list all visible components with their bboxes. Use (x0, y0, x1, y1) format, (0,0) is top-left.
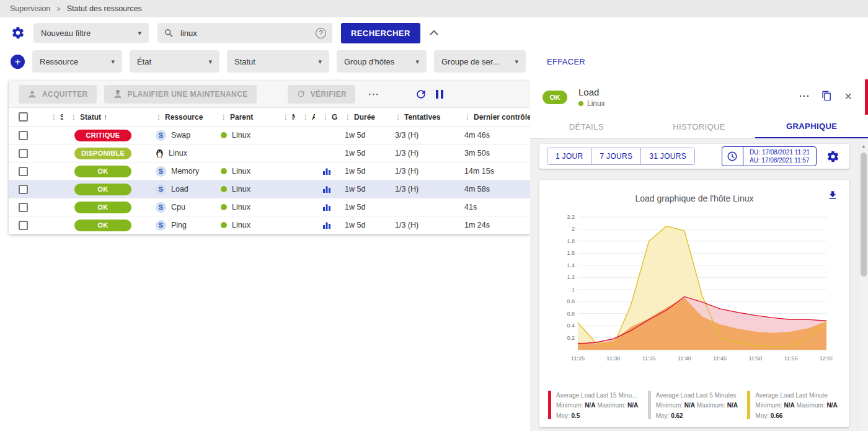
svg-text:11:45: 11:45 (713, 355, 727, 362)
search-input[interactable] (179, 28, 311, 38)
chevron-down-icon: ▾ (111, 58, 115, 66)
row-checkbox[interactable] (19, 131, 28, 140)
scroll-up-icon[interactable]: ▲ (859, 141, 868, 150)
graph-icon (322, 203, 331, 211)
pause-refresh-button[interactable] (435, 89, 445, 100)
table-row-ping[interactable]: OKSPingLinux1w 5d1/3 (H)1m 24s (9, 216, 530, 234)
legend-item-average-load-last-15-minu[interactable]: Average Load Last 15 Minu...Minimum: N/A… (548, 391, 644, 422)
graph-settings-button[interactable] (826, 150, 839, 163)
acknowledge-button[interactable]: ACQUITTER (19, 85, 97, 104)
table-toolbar: ACQUITTER PLANIFIER UNE MAINTENANCE VÉRI… (9, 81, 530, 108)
column-header-a[interactable]: ⋮A (295, 113, 315, 122)
chevron-down-icon: ▾ (318, 58, 322, 66)
column-label: Tentatives (404, 113, 440, 122)
add-criteria-button[interactable]: + (11, 55, 25, 69)
saved-filter-select[interactable]: Nouveau filtre ▾ (33, 23, 149, 43)
duration-cell: 1w 5d (337, 131, 388, 140)
criteria-select-ressource[interactable]: Ressource▾ (32, 50, 122, 73)
scrollbar-thumb[interactable] (861, 153, 867, 277)
table-header: ⋮S⋮Statut↑⋮Ressource⋮Parent⋮N⋮A⋮G⋮Durée⋮… (9, 108, 530, 127)
service-icon: S (156, 220, 166, 231)
more-actions-button[interactable]: ⋯ (363, 87, 384, 101)
svg-text:1: 1 (571, 287, 574, 293)
column-header-g[interactable]: ⋮G (315, 113, 337, 122)
chevron-down-icon: ▾ (208, 58, 212, 66)
panel-more-button[interactable]: ⋯ (799, 89, 809, 102)
column-header-parent[interactable]: ⋮Parent (213, 113, 275, 122)
column-label: Durée (354, 113, 375, 122)
table-row-cpu[interactable]: OKSCpuLinux1w 5d41s (9, 198, 530, 216)
row-checkbox[interactable] (19, 185, 28, 194)
legend-item-average-load-last-5-minutes[interactable]: Average Load Last 5 MinutesMinimum: N/A … (648, 391, 744, 422)
table-row-memory[interactable]: OKSMemoryLinux1w 5d1/3 (H)14m 15s (9, 162, 530, 180)
tab-details[interactable]: DÉTAILS (530, 115, 643, 138)
row-checkbox[interactable] (19, 203, 28, 212)
pause-icon (435, 89, 445, 100)
clear-filters-button[interactable]: EFFACER (543, 56, 589, 67)
close-panel-button[interactable]: × (844, 90, 852, 102)
maintenance-button[interactable]: PLANIFIER UNE MAINTENANCE (104, 85, 257, 104)
criteria-select-etat[interactable]: État▾ (130, 50, 219, 73)
period-button-31-jours[interactable]: 31 JOURS (641, 148, 694, 164)
column-header-ressource[interactable]: ⋮Ressource (148, 113, 213, 122)
duration-cell: 1w 5d (337, 203, 388, 211)
status-badge: OK (542, 91, 567, 104)
chevron-down-icon: ▾ (138, 29, 141, 37)
breadcrumb-item-resource-status[interactable]: Statut des ressources (67, 4, 142, 13)
column-header-n[interactable]: ⋮N (275, 113, 295, 122)
table-row-swap[interactable]: CRITIQUESSwapLinux1w 5d3/3 (H)4m 46s (9, 127, 530, 144)
criteria-label: Group d'hôtes (344, 57, 394, 66)
legend-min-max: Minimum: N/A Maximum: N/A (755, 401, 837, 411)
table-row-load[interactable]: OKSLoadLinux1w 5d1/3 (H)4m 58s (9, 180, 530, 198)
column-header-tentatives[interactable]: ⋮Tentatives (388, 113, 457, 122)
export-graph-button[interactable] (827, 190, 838, 201)
help-icon[interactable]: ? (316, 28, 326, 38)
svg-text:11:50: 11:50 (748, 355, 762, 362)
date-from: DU: 17/08/2021 11:21 (750, 148, 810, 157)
drag-handle-icon: ⋮ (464, 113, 471, 120)
last-check-cell: 41s (457, 203, 530, 211)
refresh-button[interactable] (415, 88, 427, 100)
duration-cell: 1w 5d (337, 149, 388, 158)
legend-item-average-load-last-minute[interactable]: Average Load Last MinuteMinimum: N/A Max… (747, 391, 843, 422)
search-button[interactable]: RECHERCHER (341, 23, 420, 43)
check-label: VÉRIFIER (311, 90, 347, 99)
criteria-select-groupe-de-ser[interactable]: Groupe de ser...▾ (434, 50, 526, 73)
svg-text:11:25: 11:25 (571, 355, 585, 362)
column-header-dernier-controle[interactable]: ⋮Dernier contrôle (457, 113, 530, 122)
date-to: AU: 17/08/2021 11:57 (750, 156, 810, 165)
gear-icon (11, 26, 25, 40)
tab-graphique[interactable]: GRAPHIQUE (755, 115, 868, 138)
collapse-filters-button[interactable] (429, 30, 439, 36)
column-header-s[interactable]: ⋮S (43, 113, 63, 122)
chevron-down-icon: ▾ (515, 58, 518, 66)
breadcrumb-item-supervision[interactable]: Supervision (10, 4, 50, 13)
copy-link-button[interactable] (822, 91, 832, 101)
column-header-statut[interactable]: ⋮Statut↑ (63, 113, 148, 122)
legend-series-name: Average Load Last 5 Minutes (656, 391, 738, 401)
row-checkbox[interactable] (19, 221, 28, 230)
row-checkbox[interactable] (19, 167, 28, 176)
criteria-row: + Ressource▾État▾Statut▾Group d'hôtes▾Gr… (0, 50, 589, 73)
period-button-7-jours[interactable]: 7 JOURS (591, 148, 641, 164)
check-button[interactable]: VÉRIFIER (288, 85, 356, 104)
svg-text:1.2: 1.2 (567, 274, 575, 280)
search-box[interactable]: ? (157, 23, 332, 43)
select-all-checkbox[interactable] (19, 112, 28, 122)
criteria-select-group-d-hotes[interactable]: Group d'hôtes▾ (337, 50, 427, 73)
criteria-select-statut[interactable]: Statut▾ (227, 50, 329, 73)
column-header-duree[interactable]: ⋮Durée (337, 113, 388, 122)
date-range-picker[interactable]: DU: 17/08/2021 11:21 AU: 17/08/2021 11:5… (722, 146, 817, 166)
load-graph[interactable]: 0.20.40.60.811.21.41.61.822.211:2511:301… (557, 211, 833, 365)
table-row-linux[interactable]: DISPONIBLELinux1w 5d1/3 (H)3m 50s (9, 144, 530, 162)
tab-historique[interactable]: HISTORIQUE (643, 115, 756, 138)
clock-button[interactable] (722, 147, 743, 166)
panel-scrollbar[interactable]: ▲ (859, 141, 868, 431)
filters-gear-icon[interactable] (11, 26, 25, 40)
row-checkbox[interactable] (19, 149, 28, 158)
status-badge: OK (74, 184, 131, 195)
svg-text:11:55: 11:55 (784, 355, 797, 362)
drag-handle-icon: ⋮ (395, 113, 401, 120)
period-group: 1 JOUR7 JOURS31 JOURS (547, 148, 695, 165)
period-button-1-jour[interactable]: 1 JOUR (547, 148, 591, 164)
